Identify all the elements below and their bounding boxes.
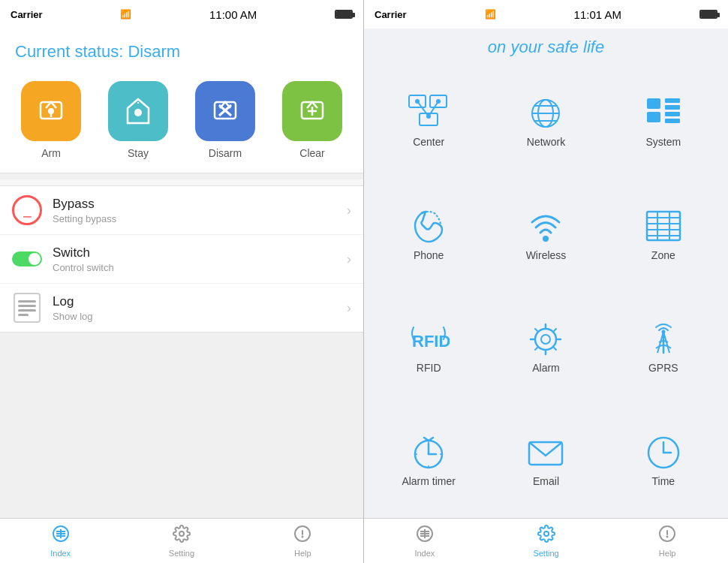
index-tab-label: Index: [50, 549, 71, 558]
left-empty-space: [0, 333, 363, 518]
svg-line-54: [535, 329, 537, 331]
gprs-svg: [642, 320, 684, 357]
left-wifi-icon: 📶: [120, 9, 131, 20]
svg-rect-34: [665, 98, 680, 103]
bypass-subtitle: Setting bypass: [53, 213, 347, 224]
disarm-icon: [209, 95, 242, 128]
time-icon: [642, 433, 684, 471]
log-line-3: [18, 309, 36, 312]
menu-section: ⎯ Bypass Setting bypass › Switch: [0, 185, 363, 333]
system-svg: [642, 94, 684, 131]
bypass-icon: ⎯: [12, 195, 42, 225]
svg-point-48: [535, 329, 556, 350]
rfid-grid-item[interactable]: RFID RFID: [372, 292, 486, 402]
switch-text: Switch Control switch: [53, 245, 347, 273]
right-index-tab-icon: [416, 525, 434, 547]
switch-menu-item[interactable]: Switch Control switch ›: [0, 235, 363, 284]
clear-icon: [296, 95, 329, 128]
log-icon: [14, 293, 41, 323]
center-icon: [408, 94, 450, 131]
right-help-tab-icon: [658, 525, 676, 547]
center-grid-item[interactable]: Center: [372, 66, 486, 176]
email-grid-item[interactable]: Email: [489, 405, 603, 516]
log-icon-wrap: [12, 293, 42, 323]
bypass-text: Bypass Setting bypass: [53, 197, 347, 224]
clear-icon-bg: [282, 81, 342, 141]
rfid-label: RFID: [417, 362, 441, 374]
system-label: System: [645, 136, 681, 148]
right-battery-fill: [701, 11, 716, 17]
grid-menu: Center Network: [364, 63, 728, 518]
svg-point-1: [48, 108, 54, 114]
right-help-tab-label: Help: [659, 549, 676, 558]
wireless-grid-item[interactable]: Wireless: [489, 179, 603, 290]
left-status-right: [335, 10, 353, 19]
setting-tab-label: Setting: [169, 549, 194, 558]
svg-text:RFID: RFID: [412, 332, 450, 351]
phone-grid-item[interactable]: Phone: [372, 179, 486, 290]
system-grid-item[interactable]: System: [606, 66, 720, 176]
switch-icon-wrap: [12, 244, 42, 274]
time-label: Time: [652, 475, 675, 487]
right-tab-bar: Index Setting: [364, 518, 728, 563]
log-subtitle: Show log: [53, 311, 347, 322]
system-icon: [642, 94, 684, 131]
disarm-button[interactable]: Disarm: [195, 81, 255, 159]
phone-label: Phone: [414, 249, 444, 261]
clear-button[interactable]: Clear: [282, 81, 342, 159]
log-menu-item[interactable]: Log Show log ›: [0, 284, 363, 332]
alarm-svg: [525, 320, 567, 357]
left-screen: Current status: Disarm Arm: [0, 29, 363, 518]
left-time: 11:00 AM: [209, 8, 257, 21]
svg-rect-36: [647, 112, 660, 122]
left-battery-fill: [336, 11, 351, 17]
arm-icon: [35, 95, 68, 128]
right-screen-inner: on your safe life: [364, 29, 728, 518]
right-tab-help[interactable]: Help: [606, 525, 728, 558]
gprs-label: GPRS: [648, 362, 678, 374]
gprs-grid-item[interactable]: GPRS: [606, 292, 720, 402]
alarm-grid-item[interactable]: Alarm: [489, 292, 603, 402]
svg-point-49: [541, 335, 550, 344]
alarm-timer-grid-item[interactable]: Alarm timer: [372, 405, 486, 516]
svg-line-64: [429, 438, 433, 441]
svg-point-39: [543, 236, 549, 242]
tab-help[interactable]: Help: [242, 525, 363, 558]
network-icon: [525, 94, 567, 131]
rfid-svg: RFID: [408, 320, 450, 357]
help-tab-label: Help: [294, 549, 311, 558]
stay-icon-bg: [108, 81, 168, 141]
log-line-2: [18, 305, 36, 307]
switch-icon: [12, 251, 42, 266]
tab-setting[interactable]: Setting: [121, 525, 242, 558]
right-status-right: [699, 10, 717, 19]
right-screen: on your safe life: [364, 29, 728, 563]
bypass-menu-item[interactable]: ⎯ Bypass Setting bypass ›: [0, 186, 363, 235]
email-label: Email: [533, 475, 559, 487]
center-label: Center: [413, 136, 444, 148]
right-tab-setting[interactable]: Setting: [486, 525, 607, 558]
svg-point-27: [426, 114, 431, 119]
alarm-timer-svg: [408, 433, 450, 471]
log-line-4: [18, 314, 29, 316]
stay-label: Stay: [128, 147, 149, 159]
zone-grid-item[interactable]: Zone: [606, 179, 720, 290]
network-grid-item[interactable]: Network: [489, 66, 603, 176]
right-status-bar: Carrier 📶 11:01 AM: [364, 0, 728, 29]
left-status-bar: Carrier 📶 11:00 AM: [0, 0, 363, 29]
right-tab-index[interactable]: Index: [364, 525, 486, 558]
clear-label: Clear: [299, 147, 324, 159]
right-time: 11:01 AM: [574, 8, 621, 21]
svg-point-3: [134, 109, 142, 116]
log-title: Log: [53, 294, 347, 309]
svg-rect-37: [665, 112, 680, 116]
tab-index[interactable]: Index: [0, 525, 121, 558]
right-index-tab-label: Index: [414, 549, 435, 558]
time-grid-item[interactable]: Time: [606, 405, 720, 516]
arm-button[interactable]: Arm: [21, 81, 81, 159]
stay-button[interactable]: Stay: [108, 81, 168, 159]
network-svg: [525, 94, 567, 131]
alarm-timer-icon: [408, 433, 450, 471]
setting-tab-icon: [173, 525, 191, 547]
bypass-slash: ⎯: [23, 203, 32, 217]
